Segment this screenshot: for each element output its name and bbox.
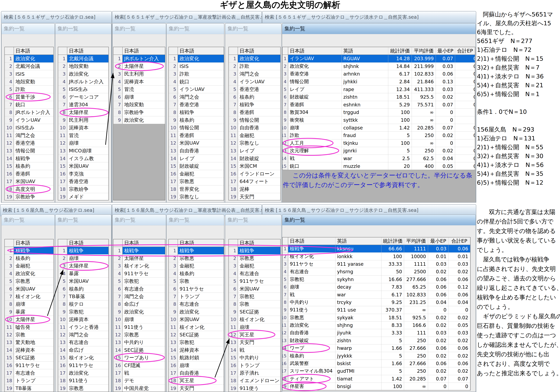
- pane-tab[interactable]: 集約一覧: [55, 215, 111, 225]
- list-item[interactable]: 18911使う: [58, 377, 108, 385]
- list-item[interactable]: 12鴻門之会: [58, 331, 108, 339]
- list-item[interactable]: 8宗教: [229, 301, 280, 308]
- list-item[interactable]: 10太陽伴星: [5, 316, 53, 323]
- list-item[interactable]: 6デーモンコア: [58, 93, 108, 101]
- list-item[interactable]: 1核戦争: [169, 247, 224, 254]
- list-item[interactable]: 11イランと香港: [58, 323, 108, 331]
- table-row[interactable]: 2政治変化shjhnk14.84211.9990.030: [282, 63, 475, 70]
- list-item[interactable]: 15航路封鎖: [169, 354, 224, 362]
- table-row[interactable]: 15核条約jyykkk52500.020.02: [282, 352, 470, 360]
- list-item[interactable]: 13宗教犯: [169, 339, 224, 346]
- list-item[interactable]: 12SEC証拠: [169, 331, 224, 339]
- list-item[interactable]: 4有志連合: [229, 270, 280, 277]
- pane-tab[interactable]: 集約一覧: [167, 215, 224, 225]
- list-item[interactable]: 8核テロ: [58, 301, 108, 308]
- list-item[interactable]: 4イランUAV: [229, 78, 280, 86]
- list-item[interactable]: 15核イオン化: [58, 354, 108, 362]
- list-item[interactable]: 5詐欺: [5, 86, 53, 93]
- list-item[interactable]: 2太陽伴星: [113, 63, 165, 70]
- table-row[interactable]: 1イランUAVRGUAV14.28203.9990.070: [282, 55, 475, 63]
- list-item[interactable]: 6鴻門之会: [169, 93, 224, 101]
- list-item[interactable]: 6崩壊: [113, 93, 165, 101]
- list-item[interactable]: 4政治変化: [5, 270, 53, 277]
- list-item[interactable]: 2核条約: [5, 254, 53, 262]
- list-item[interactable]: 5香港空港: [229, 86, 280, 93]
- table-row[interactable]: 5宗教犯sykyhn16.66277.6660.060.06: [282, 276, 470, 283]
- list-item[interactable]: 14イスラム教: [58, 155, 108, 162]
- list-item[interactable]: 11嘘告発: [5, 323, 53, 331]
- list-item[interactable]: 4JRボルトン介入: [58, 78, 108, 86]
- list-item[interactable]: 9イランUAV: [5, 116, 53, 124]
- list-item[interactable]: 17有志連合: [5, 369, 53, 377]
- list-item[interactable]: 6米国UAV: [5, 285, 53, 293]
- list-item[interactable]: 9情報公開: [229, 116, 280, 124]
- table-row[interactable]: 17スリーマイル島304gudTMI52500.020.02: [282, 367, 470, 375]
- list-item[interactable]: 12崩壊: [58, 140, 108, 147]
- table-row[interactable]: 11政治変化shjhng8.33166.60.020.05: [282, 322, 470, 329]
- list-item[interactable]: 7香港空港: [169, 101, 224, 109]
- list-item[interactable]: 7核戦争: [229, 101, 280, 109]
- list-item[interactable]: 6核条約: [229, 93, 280, 101]
- list-item[interactable]: 10ISIS生み: [5, 124, 53, 132]
- list-item[interactable]: 16崩壊: [169, 362, 224, 369]
- list-item[interactable]: 8有志連合: [169, 301, 224, 308]
- list-item[interactable]: 1核戦争: [5, 247, 53, 254]
- list-item[interactable]: 19宗教悪: [58, 385, 108, 392]
- list-item[interactable]: 16香港餌: [5, 170, 53, 178]
- list-item[interactable]: 12宗教なし: [229, 140, 280, 147]
- pane-tab[interactable]: 集約一覧: [1, 23, 55, 34]
- list-item[interactable]: 11金融犯: [229, 132, 280, 140]
- list-item[interactable]: 11冒涜: [58, 132, 108, 140]
- list-item[interactable]: 5宗教悪: [5, 278, 53, 285]
- list-item[interactable]: 2地殻変動: [58, 63, 108, 70]
- list-item[interactable]: 19宗教なし: [169, 193, 224, 201]
- list-item[interactable]: 14泥棒資本: [5, 346, 53, 354]
- list-item[interactable]: 1JRボルトン介入: [113, 55, 165, 63]
- list-item[interactable]: 3政治変化: [58, 70, 108, 78]
- list-item[interactable]: 16李克強: [58, 170, 108, 178]
- list-item[interactable]: 5宗教犯: [113, 278, 165, 285]
- list-item[interactable]: 11崩壊: [229, 323, 280, 331]
- list-item[interactable]: 11鴻門之会: [5, 132, 53, 140]
- list-item[interactable]: 12宗教: [5, 331, 53, 339]
- list-item[interactable]: 19911使う: [229, 385, 280, 392]
- list-item[interactable]: 15核条約: [5, 162, 53, 170]
- list-item[interactable]: 10自由香港: [229, 124, 280, 132]
- table-row[interactable]: 18ティアマトtiamat1.4220.2850.070.07: [282, 375, 470, 383]
- table-row[interactable]: 10宗教悪sykyak18.51925.50.020.02: [282, 314, 470, 322]
- list-item[interactable]: 19宗教紛争: [5, 193, 53, 201]
- list-item[interactable]: 2北戴河会議: [5, 63, 53, 70]
- list-item[interactable]: 13驚天動地: [5, 339, 53, 346]
- list-item[interactable]: 16911ヤラセ: [5, 362, 53, 369]
- window-top-1-titlebar[interactable]: 検索 [５６５１ギザ＿サウジ石油テロ.sea]: [1, 11, 111, 23]
- table-row[interactable]: 19伴星害bnsigi100∞00: [282, 383, 470, 390]
- list-item[interactable]: 3金融犯: [5, 262, 53, 270]
- list-item[interactable]: 4核条約: [169, 270, 224, 277]
- list-item[interactable]: 2ISIS: [169, 63, 224, 70]
- list-item[interactable]: 14核戦争: [5, 155, 53, 162]
- table-row[interactable]: 8敦賀304trggud100∞0: [282, 109, 475, 116]
- list-item[interactable]: 13レイプ: [229, 147, 280, 155]
- list-item[interactable]: 15SEC証拠: [5, 354, 53, 362]
- table-row[interactable]: 14ワープhwarp1.6627.6660.060.06: [282, 344, 470, 352]
- list-item[interactable]: 17自由香港: [169, 369, 224, 377]
- list-item[interactable]: 12香港空港: [5, 140, 53, 147]
- list-item[interactable]: 2詐欺: [229, 63, 280, 70]
- list-item[interactable]: 10米国UAV: [169, 316, 224, 323]
- list-item[interactable]: 12宗教悪: [113, 331, 165, 339]
- list-item[interactable]: 15中共釣り: [229, 354, 280, 362]
- list-item[interactable]: 18泥棒: [229, 185, 280, 193]
- list-item[interactable]: 7地殻変動: [113, 101, 165, 109]
- list-item[interactable]: 3詐欺: [169, 70, 224, 78]
- list-item[interactable]: 18イエメンドローン: [229, 377, 280, 385]
- list-item[interactable]: 10崩壊: [113, 316, 165, 323]
- list-item[interactable]: 17香港空港: [58, 178, 108, 186]
- list-item[interactable]: 6米国UAV: [229, 285, 280, 293]
- table-row[interactable]: 13次元理解jgnrki52500.020: [282, 147, 475, 155]
- list-item[interactable]: 13天安門: [229, 339, 280, 346]
- window-top-2-titlebar[interactable]: 検索[５６５１ギザ＿サウジ石油テロ＿軍産攻撃計画公表＿自然災害.sea]: [112, 11, 262, 23]
- list-item[interactable]: 4泥棒資本: [113, 78, 165, 86]
- list-item[interactable]: 19天安門: [169, 385, 224, 392]
- table-row[interactable]: 3911ヤラセ911 yarase33.3311110.030.03: [282, 260, 470, 268]
- list-item[interactable]: 1核戦争: [58, 247, 108, 254]
